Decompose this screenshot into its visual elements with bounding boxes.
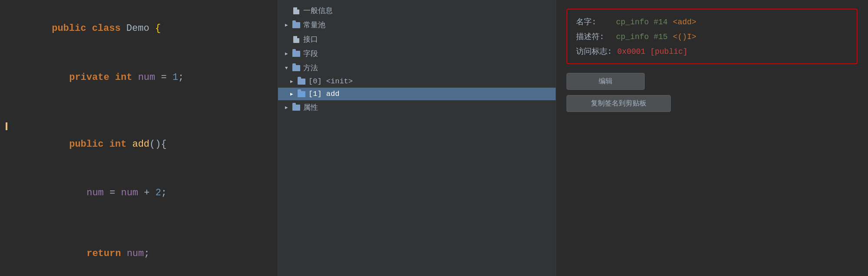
op-plus: +: [138, 187, 156, 198]
code-panel: public class Demo { private int num = 1;…: [0, 0, 278, 276]
tag-add: <add>: [673, 18, 696, 26]
semicolon: ;: [144, 248, 149, 259]
code-content: public int add(){: [30, 120, 167, 168]
keyword-int: int: [109, 139, 133, 150]
tree-arrow-methods: ▼: [285, 66, 292, 71]
code-line-empty: [0, 102, 278, 114]
tree-label-init: [0] <init>: [308, 77, 353, 85]
gutter-mark: [6, 122, 7, 130]
doc-icon-interface: [292, 36, 301, 43]
tag-descriptor: <()I>: [673, 33, 696, 41]
tree-item-attributes[interactable]: ▶ 属性: [278, 100, 556, 115]
info-panel: 名字: cp_info #14 <add> 描述符: cp_info #15 <…: [556, 0, 868, 276]
info-box: 名字: cp_info #14 <add> 描述符: cp_info #15 <…: [567, 9, 858, 64]
code-line: num = num + 2;: [0, 169, 278, 217]
keyword-int: int: [115, 72, 138, 83]
code-line: return num;: [0, 230, 278, 276]
num-2: 2: [156, 187, 161, 198]
class-name: Demo: [126, 23, 155, 34]
tree-arrow-init: ▶: [290, 79, 297, 84]
tree-label-constants: 常量池: [303, 20, 325, 30]
keyword-class: class: [92, 23, 126, 34]
folder-icon-attributes: [292, 104, 301, 111]
tree-label-attributes: 属性: [303, 102, 318, 112]
semicolon: ;: [178, 72, 184, 83]
folder-icon-constants: [292, 22, 301, 29]
code-line: private int num = 1;: [0, 53, 278, 102]
var-num-return: num: [127, 248, 144, 259]
folder-icon-init: [297, 78, 306, 85]
button-row: 编辑 复制签名到剪贴板: [567, 73, 858, 112]
tree-label-general: 一般信息: [303, 6, 333, 16]
value-access: 0x0001 [public]: [617, 47, 688, 56]
method-add: add: [132, 139, 149, 150]
tree-arrow-fields: ▶: [285, 51, 292, 56]
code-line-empty: [0, 217, 278, 230]
code-content: return num;: [48, 230, 149, 276]
code-line-empty: [0, 114, 278, 120]
tree-item-add[interactable]: ▶ [1] add: [278, 88, 556, 100]
label-name: 名字:: [576, 16, 611, 27]
code-content: num = num + 2;: [48, 169, 167, 217]
tree-item-interface[interactable]: 接口: [278, 32, 556, 46]
info-row-access: 访问标志: 0x0001 [public]: [576, 46, 848, 56]
link-cp14[interactable]: cp_info #14: [616, 18, 668, 26]
tree-item-methods[interactable]: ▼ 方法: [278, 61, 556, 75]
code-line: public int add(){: [0, 120, 278, 168]
keyword-return: return: [86, 248, 126, 259]
link-cp15[interactable]: cp_info #15: [616, 33, 668, 41]
tree-arrow-add: ▶: [290, 91, 297, 97]
keyword-private: private: [69, 72, 115, 83]
edit-button[interactable]: 编辑: [567, 73, 645, 90]
copy-button[interactable]: 复制签名到剪贴板: [567, 95, 671, 112]
tree-label-interface: 接口: [303, 34, 318, 44]
tree-panel: 一般信息 ▶ 常量池 接口 ▶ 字段 ▼ 方法 ▶ [0] <init> ▶ […: [278, 0, 556, 276]
folder-icon-methods: [292, 65, 301, 72]
tree-label-methods: 方法: [303, 63, 318, 73]
doc-icon-general: [292, 7, 301, 14]
tree-label-add: [1] add: [308, 90, 339, 98]
folder-icon-add: [297, 91, 306, 98]
info-row-name: 名字: cp_info #14 <add>: [576, 16, 848, 27]
op-assign: =: [155, 72, 172, 83]
op-assign: =: [104, 187, 121, 198]
var-num: num: [138, 72, 156, 83]
semicolon: ;: [161, 187, 167, 198]
info-row-descriptor: 描述符: cp_info #15 <()I>: [576, 31, 848, 42]
tree-item-fields[interactable]: ▶ 字段: [278, 46, 556, 61]
folder-icon-fields: [292, 50, 301, 57]
tree-label-fields: 字段: [303, 49, 318, 59]
keyword-public: public: [69, 139, 109, 150]
num-1: 1: [172, 72, 178, 83]
code-content: private int num = 1;: [30, 53, 184, 102]
label-descriptor: 描述符:: [576, 31, 611, 42]
line-gutter: [0, 122, 13, 130]
tree-arrow-attributes: ▶: [285, 105, 292, 110]
label-access: 访问标志:: [576, 46, 612, 56]
tree-arrow-constants: ▶: [285, 22, 292, 28]
tree-item-constants[interactable]: ▶ 常量池: [278, 18, 556, 32]
tree-item-general[interactable]: 一般信息: [278, 3, 556, 18]
method-parens: (){: [149, 139, 167, 150]
code-line: public class Demo {: [0, 4, 278, 53]
code-content: public class Demo {: [13, 4, 161, 53]
keyword-public: public: [52, 23, 92, 34]
var-num2: num: [121, 187, 138, 198]
tree-item-init[interactable]: ▶ [0] <init>: [278, 75, 556, 88]
var-num: num: [86, 187, 104, 198]
brace-open: {: [155, 23, 161, 34]
